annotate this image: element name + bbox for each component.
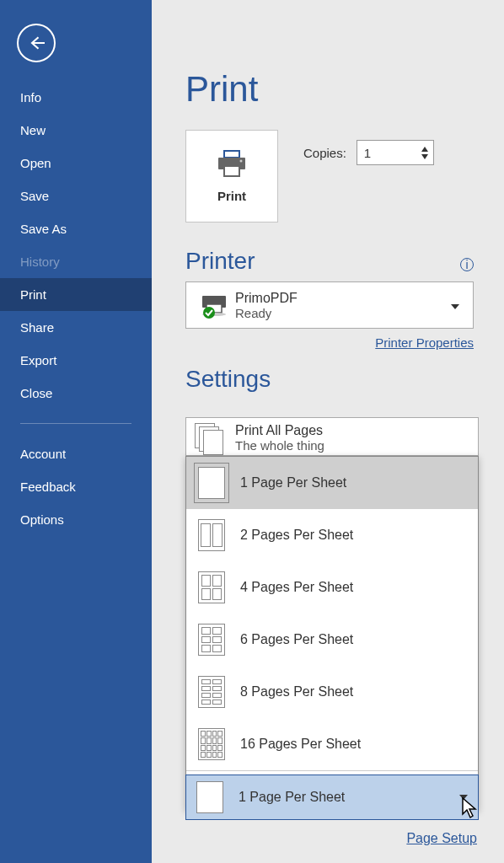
page-title: Print	[185, 69, 474, 110]
menu-2-pages[interactable]: 2 Pages Per Sheet	[186, 509, 478, 561]
svg-point-3	[240, 159, 243, 162]
page-thumb-2-icon	[198, 519, 225, 551]
nav-share[interactable]: Share	[0, 311, 152, 344]
nav-options[interactable]: Options	[0, 503, 152, 536]
page-thumb-1-icon	[198, 467, 225, 499]
pages-per-sheet-dropdown[interactable]: 1 Page Per Sheet	[185, 775, 479, 820]
nav-export[interactable]: Export	[0, 344, 152, 377]
printer-status: Ready	[235, 306, 451, 320]
pages-icon	[195, 423, 235, 453]
nav-separator	[20, 423, 131, 424]
copies-decrement[interactable]	[420, 153, 430, 160]
pages-per-sheet-menu: 1 Page Per Sheet 2 Pages Per Sheet 4 Pag…	[185, 456, 479, 811]
menu-6-pages[interactable]: 6 Pages Per Sheet	[186, 614, 478, 666]
nav-save-as[interactable]: Save As	[0, 212, 152, 245]
settings-section-title: Settings	[185, 366, 474, 393]
page-thumb-4-icon	[198, 571, 225, 603]
print-range-line1: Print All Pages	[235, 423, 469, 438]
svg-point-7	[203, 307, 215, 319]
printer-info-icon[interactable]: i	[460, 258, 474, 271]
nav-info[interactable]: Info	[0, 81, 152, 114]
nav-feedback[interactable]: Feedback	[0, 470, 152, 503]
menu-label: 8 Pages Per Sheet	[240, 684, 353, 700]
chevron-down-icon	[459, 795, 468, 800]
arrow-left-icon	[28, 35, 45, 51]
menu-label: 6 Pages Per Sheet	[240, 632, 353, 647]
nav-open[interactable]: Open	[0, 147, 152, 180]
back-button[interactable]	[17, 24, 56, 62]
copies-increment[interactable]	[420, 146, 430, 153]
print-button-label: Print	[217, 189, 246, 203]
menu-8-pages[interactable]: 8 Pages Per Sheet	[186, 666, 478, 718]
backstage-sidebar: Info New Open Save Save As History Print…	[0, 0, 152, 863]
svg-rect-2	[224, 166, 239, 176]
chevron-down-icon	[451, 297, 464, 313]
nav-close[interactable]: Close	[0, 377, 152, 410]
print-button[interactable]: Print	[185, 130, 278, 222]
nav-account[interactable]: Account	[0, 437, 152, 470]
nav-history: History	[0, 245, 152, 278]
printer-icon	[216, 150, 248, 179]
menu-label: 2 Pages Per Sheet	[240, 528, 353, 543]
page-thumb-1-icon	[196, 781, 223, 813]
nav-new[interactable]: New	[0, 114, 152, 147]
menu-label: 4 Pages Per Sheet	[240, 580, 353, 595]
copies-value: 1	[364, 146, 371, 160]
nav-print[interactable]: Print	[0, 278, 152, 311]
print-range-dropdown[interactable]: Print All Pages The whole thing	[185, 417, 479, 456]
page-thumb-16-icon	[198, 728, 225, 760]
printer-ready-icon	[195, 291, 235, 319]
copies-input[interactable]: 1	[357, 140, 434, 165]
page-setup-link[interactable]: Page Setup	[406, 831, 477, 846]
menu-4-pages[interactable]: 4 Pages Per Sheet	[186, 561, 478, 614]
menu-1-page[interactable]: 1 Page Per Sheet	[186, 457, 478, 509]
printer-properties-link[interactable]: Printer Properties	[375, 335, 474, 350]
menu-16-pages[interactable]: 16 Pages Per Sheet	[186, 718, 478, 770]
nav-save[interactable]: Save	[0, 180, 152, 212]
page-thumb-6-icon	[198, 624, 225, 656]
printer-section-title: Printer	[185, 248, 255, 275]
printer-dropdown[interactable]: PrimoPDF Ready	[185, 281, 474, 329]
printer-name: PrimoPDF	[235, 291, 451, 306]
copies-row: Copies: 1	[303, 140, 434, 165]
page-thumb-8-icon	[198, 676, 225, 708]
menu-label: 1 Page Per Sheet	[240, 475, 346, 490]
pages-per-sheet-value: 1 Page Per Sheet	[239, 790, 444, 805]
copies-label: Copies:	[303, 146, 346, 160]
print-range-line2: The whole thing	[235, 438, 469, 453]
svg-rect-0	[224, 151, 239, 158]
menu-label: 16 Pages Per Sheet	[240, 737, 361, 752]
